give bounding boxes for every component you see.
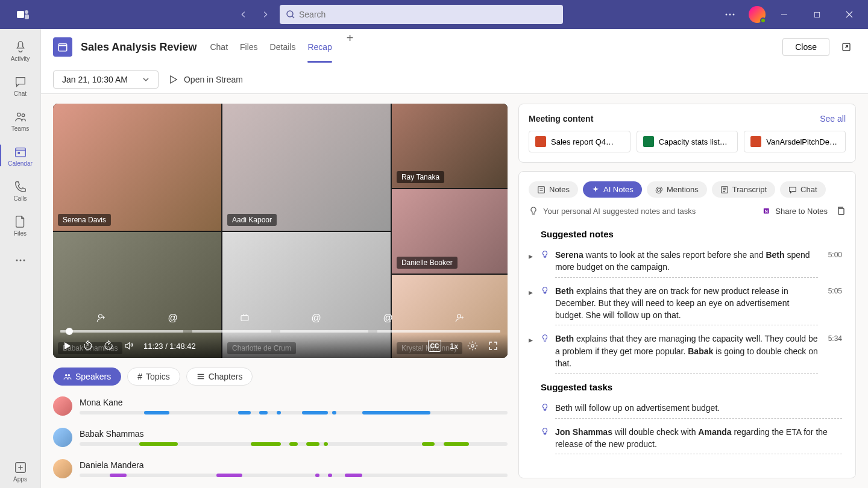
lightbulb-icon — [529, 206, 538, 216]
svg-point-8 — [17, 113, 20, 116]
hash-icon: # — [137, 372, 142, 381]
scrub-bar[interactable] — [60, 330, 500, 333]
pin-icon[interactable] — [237, 311, 252, 325]
lightbulb-icon — [541, 333, 550, 374]
suggested-note[interactable]: ▸Beth explains that they are on track fo… — [529, 281, 842, 330]
mention-icon[interactable]: @ — [309, 311, 324, 325]
mention-icon[interactable]: @ — [381, 311, 395, 325]
speaker-avatar — [53, 396, 72, 416]
svg-point-20 — [457, 314, 461, 318]
file-name: Sales report Q4… — [551, 137, 614, 146]
rail-apps[interactable]: Apps — [0, 454, 41, 488]
close-button[interactable]: Close — [782, 38, 829, 56]
app-rail: Activity Chat Teams Calendar Calls Files… — [0, 29, 41, 488]
user-avatar[interactable] — [749, 6, 766, 23]
play-button[interactable] — [61, 340, 74, 352]
onenote-icon: N — [763, 207, 772, 215]
svg-point-22 — [65, 374, 68, 377]
more-button[interactable] — [716, 5, 744, 24]
rewind-10-button[interactable] — [82, 340, 94, 352]
tab-recap[interactable]: Recap — [307, 31, 332, 63]
rail-label: Calls — [13, 195, 27, 202]
volume-button[interactable] — [123, 340, 135, 352]
svg-point-23 — [68, 374, 71, 377]
add-people-icon[interactable] — [94, 311, 108, 325]
chat-icon — [788, 186, 797, 194]
tab-files[interactable]: Files — [240, 31, 258, 63]
nav-forward-button[interactable] — [256, 5, 275, 24]
speaker-row[interactable]: Mona Kane — [53, 396, 508, 416]
lightbulb-icon — [541, 402, 550, 418]
search-input[interactable] — [280, 5, 563, 24]
filter-chapters[interactable]: Chapters — [186, 368, 253, 386]
nav-back-button[interactable] — [234, 5, 253, 24]
notes-tab-chat[interactable]: Chat — [780, 181, 825, 198]
svg-rect-19 — [241, 316, 248, 321]
minimize-button[interactable] — [770, 5, 798, 24]
speaker-avatar — [53, 428, 72, 447]
note-text: Serena wants to look at the sales report… — [555, 249, 818, 278]
svg-rect-2 — [25, 14, 29, 19]
note-text: Beth explains that they are managing the… — [555, 333, 818, 374]
tab-details[interactable]: Details — [270, 31, 296, 63]
forward-10-button[interactable] — [102, 340, 115, 352]
filter-topics[interactable]: #Topics — [127, 368, 180, 386]
suggested-note[interactable]: ▸Serena wants to look at the sales repor… — [529, 245, 842, 281]
notes-tab-mentions[interactable]: @Mentions — [647, 181, 707, 198]
svg-text:N: N — [765, 209, 768, 213]
maximize-button[interactable] — [803, 5, 831, 24]
share-to-notes-link[interactable]: NShare to Notes — [763, 207, 828, 216]
recording-player[interactable]: Serena Davis Aadi Kapoor Babak Shammas C… — [53, 104, 508, 358]
recording-date-picker[interactable]: Jan 21, 10:30 AM — [53, 70, 159, 89]
notes-tab-notes[interactable]: Notes — [529, 181, 578, 198]
excel-icon — [643, 136, 654, 147]
add-people-icon[interactable] — [453, 311, 467, 325]
notes-tab-ai[interactable]: AI Notes — [583, 181, 642, 198]
rail-activity[interactable]: Activity — [0, 34, 41, 67]
speaker-track[interactable] — [80, 442, 508, 446]
speaker-row[interactable]: Daniela Mandera — [53, 459, 508, 478]
stream-label: Open in Stream — [184, 75, 243, 84]
sparkle-icon — [591, 186, 600, 194]
mention-icon[interactable]: @ — [166, 311, 180, 325]
notes-icon — [537, 186, 546, 194]
rail-teams[interactable]: Teams — [0, 104, 41, 137]
expand-icon[interactable]: ▸ — [529, 286, 536, 326]
rail-files[interactable]: Files — [0, 208, 41, 242]
lightbulb-icon — [541, 286, 550, 326]
expand-icon[interactable]: ▸ — [529, 250, 536, 278]
rail-calls[interactable]: Calls — [0, 174, 41, 207]
file-chip[interactable]: Capacity stats list… — [637, 131, 738, 152]
tab-chat[interactable]: Chat — [210, 31, 228, 63]
transcript-icon — [720, 186, 729, 194]
close-window-button[interactable] — [835, 5, 863, 24]
speaker-track[interactable] — [80, 411, 508, 414]
suggested-task[interactable]: ▸Beth will follow up on advertisement bu… — [529, 398, 842, 422]
notes-tab-transcript[interactable]: Transcript — [712, 181, 775, 198]
captions-button[interactable]: CC — [428, 340, 441, 352]
rail-chat[interactable]: Chat — [0, 69, 41, 102]
rail-calendar[interactable]: Calendar — [0, 139, 41, 172]
suggested-note[interactable]: ▸Beth explains that they are managing th… — [529, 329, 842, 377]
list-icon — [197, 372, 205, 381]
note-timestamp: 5:05 — [823, 286, 842, 326]
speaker-row[interactable]: Babak Shammas — [53, 428, 508, 447]
speaker-track[interactable] — [80, 474, 508, 477]
suggested-task[interactable]: ▸Jon Shammas will double check with Aman… — [529, 422, 842, 458]
ai-notes-card: Notes AI Notes @Mentions Transcript Chat… — [518, 171, 856, 478]
open-in-stream-link[interactable]: Open in Stream — [168, 74, 243, 85]
file-chip[interactable]: VanArsdelPitchDe… — [744, 131, 846, 152]
copy-icon[interactable] — [836, 206, 846, 216]
playback-speed-button[interactable]: 1x — [450, 340, 458, 352]
tab-add-button[interactable]: + — [344, 31, 356, 63]
popout-button[interactable] — [837, 37, 856, 57]
filter-speakers[interactable]: Speakers — [53, 368, 121, 386]
fullscreen-button[interactable] — [487, 340, 499, 352]
see-all-link[interactable]: See all — [820, 114, 846, 124]
speaker-name: Daniela Mandera — [80, 460, 508, 470]
file-chip[interactable]: Sales report Q4… — [529, 131, 631, 152]
expand-icon[interactable]: ▸ — [529, 334, 536, 374]
rail-more[interactable] — [0, 243, 41, 277]
settings-button[interactable] — [467, 340, 479, 352]
date-label: Jan 21, 10:30 AM — [62, 75, 128, 84]
